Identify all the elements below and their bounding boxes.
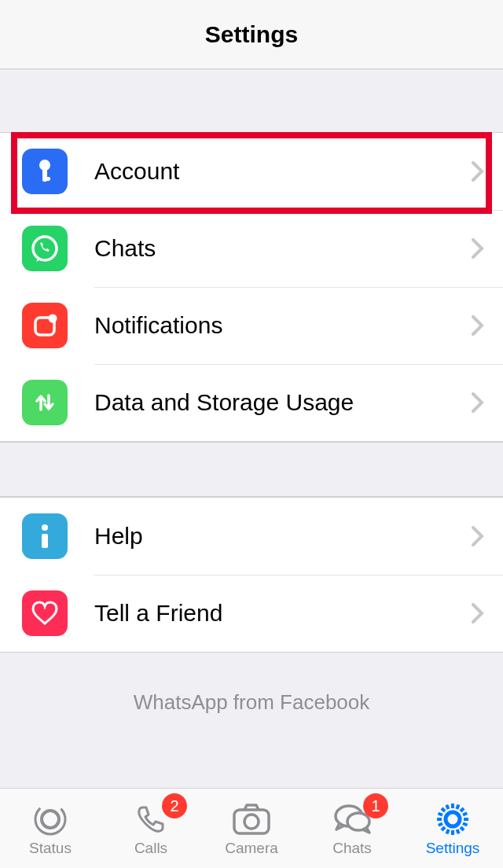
camera-icon	[231, 800, 272, 838]
updown-icon	[22, 380, 68, 425]
chevron-right-icon	[472, 603, 484, 623]
svg-rect-7	[42, 534, 48, 548]
section-gap	[0, 77, 503, 132]
tab-settings[interactable]: Settings	[402, 789, 503, 868]
badge: 1	[363, 793, 388, 818]
account-row[interactable]: Account	[0, 133, 503, 210]
section-gap	[0, 69, 503, 77]
svg-line-23	[457, 804, 458, 809]
row-label: Notifications	[94, 312, 472, 339]
svg-line-24	[447, 829, 449, 833]
tab-bar: Status Calls 2 Camera Chats 1	[0, 788, 503, 868]
svg-point-0	[39, 160, 50, 171]
key-icon	[22, 149, 68, 194]
row-label: Chats	[94, 235, 472, 262]
settings-icon	[435, 800, 471, 838]
svg-point-11	[244, 815, 259, 829]
chevron-right-icon	[472, 238, 484, 259]
svg-line-26	[463, 823, 468, 825]
svg-line-21	[461, 808, 464, 811]
notification-icon	[22, 303, 68, 348]
svg-line-30	[439, 822, 442, 826]
tab-label: Chats	[332, 840, 372, 857]
footer-attribution: WhatsApp from Facebook	[0, 653, 503, 762]
tell-friend-row[interactable]: Tell a Friend	[0, 575, 503, 652]
info-icon	[22, 513, 68, 559]
svg-line-25	[438, 813, 442, 815]
svg-line-29	[463, 811, 467, 815]
notifications-row[interactable]: Notifications	[0, 287, 503, 364]
row-label: Data and Storage Usage	[94, 389, 472, 416]
tab-calls[interactable]: Calls 2	[101, 789, 201, 868]
svg-line-27	[446, 804, 450, 808]
tab-camera[interactable]: Camera	[201, 789, 302, 868]
chevron-right-icon	[472, 161, 484, 182]
svg-point-6	[42, 524, 48, 531]
svg-point-3	[33, 237, 57, 260]
chats-row[interactable]: Chats	[0, 210, 503, 287]
badge: 2	[162, 793, 187, 818]
tab-label: Settings	[426, 840, 480, 857]
chevron-right-icon	[472, 315, 484, 336]
header: Settings	[0, 0, 503, 69]
svg-point-5	[49, 314, 57, 323]
svg-point-9	[32, 801, 68, 837]
tab-label: Calls	[134, 840, 167, 857]
row-label: Account	[94, 158, 472, 185]
whatsapp-icon	[22, 226, 68, 271]
tab-status[interactable]: Status	[0, 789, 101, 868]
chevron-right-icon	[472, 526, 484, 546]
svg-line-28	[456, 829, 460, 833]
data-storage-row[interactable]: Data and Storage Usage	[0, 364, 503, 441]
svg-line-20	[461, 827, 464, 830]
settings-group-secondary: Help Tell a Friend	[0, 497, 503, 653]
page-title: Settings	[205, 21, 298, 48]
svg-line-22	[442, 827, 445, 830]
help-row[interactable]: Help	[0, 498, 503, 575]
chevron-right-icon	[472, 392, 484, 413]
svg-rect-2	[42, 177, 50, 181]
heart-icon	[22, 590, 68, 636]
row-label: Tell a Friend	[94, 600, 472, 627]
tab-chats[interactable]: Chats 1	[302, 789, 402, 868]
tab-label: Status	[29, 840, 72, 857]
tab-label: Camera	[225, 840, 278, 857]
svg-point-8	[42, 811, 59, 828]
section-gap	[0, 442, 503, 497]
svg-line-19	[442, 808, 445, 811]
svg-point-14	[446, 812, 460, 826]
settings-group-main: Account Chats Notifications Data and S	[0, 132, 503, 442]
status-icon	[32, 800, 68, 838]
row-label: Help	[94, 523, 472, 550]
